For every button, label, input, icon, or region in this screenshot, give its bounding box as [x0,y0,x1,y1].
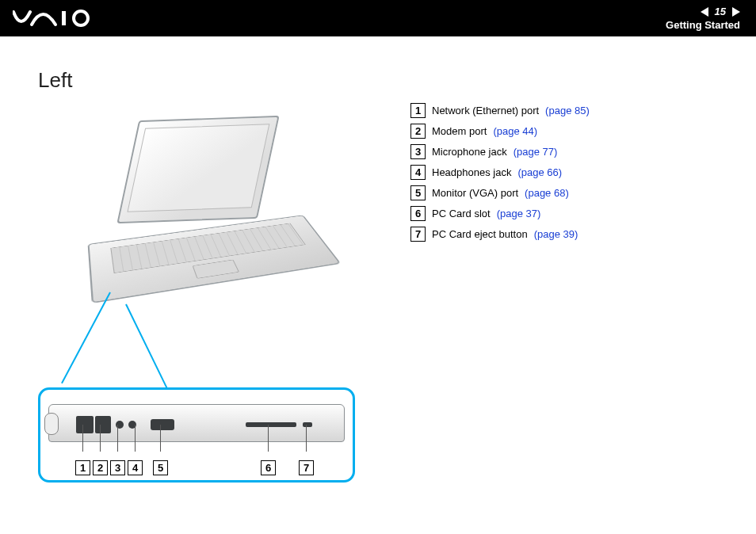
page-number: 15 [715,6,726,17]
legend-label: PC Card eject button [432,228,528,240]
page-link[interactable]: (page 39) [534,228,578,240]
legend-item-2: 2 Modem port (page 44) [410,124,590,139]
legend-label: Monitor (VGA) port [432,187,518,199]
page-link[interactable]: (page 77) [514,146,558,158]
callout-line-icon [135,425,136,452]
side-panel-body [48,404,345,442]
legend-number: 6 [410,206,426,221]
laptop-base-icon [88,215,342,303]
page-link[interactable]: (page 66) [517,166,562,178]
callout-5: 5 [153,460,168,475]
next-page-arrow-icon[interactable] [732,7,740,17]
callout-1: 1 [75,460,90,475]
legend-number: 3 [410,144,426,159]
page-link[interactable]: (page 44) [493,125,537,137]
modem-port-icon [95,416,111,433]
legend-number: 4 [410,165,426,180]
callout-line-icon [82,425,83,452]
legend-list: 1 Network (Ethernet) port (page 85) 2 Mo… [410,68,590,425]
page-nav: 15 [666,6,740,17]
pc-card-slot-icon [246,422,296,427]
hinge-icon [44,413,59,435]
callout-6: 6 [261,460,276,475]
page-link[interactable]: (page 37) [497,208,541,219]
legend-item-5: 5 Monitor (VGA) port (page 68) [410,185,590,200]
pc-card-eject-icon [303,422,312,427]
callout-4: 4 [128,460,143,475]
legend-label: Microphone jack [432,146,507,158]
svg-rect-0 [62,11,66,25]
laptop-illustration [92,118,322,300]
leader-line-icon [125,304,168,391]
legend-number: 7 [410,227,426,242]
legend-label: Network (Ethernet) port [432,105,539,116]
page-header: 15 Getting Started [0,0,756,36]
diagram-callouts: 1 2 3 4 5 6 7 [48,452,345,475]
side-panel-detail: 1 2 3 4 5 6 7 [38,387,355,483]
callout-7: 7 [299,460,314,475]
vaio-logo [13,9,100,28]
callout-line-icon [100,425,101,452]
legend-label: Headphones jack [432,166,511,178]
touchpad-icon [193,260,239,279]
prev-page-arrow-icon[interactable] [701,7,708,17]
callout-line-icon [160,425,161,452]
laptop-left-diagram: 1 2 3 4 5 6 7 [38,110,371,425]
ethernet-port-icon [76,416,94,433]
callout-line-icon [306,425,307,452]
figure-column: Left [38,68,379,425]
page-link[interactable]: (page 85) [545,105,590,116]
callout-3: 3 [110,460,125,475]
legend-item-7: 7 PC Card eject button (page 39) [410,227,590,242]
legend-number: 2 [410,124,426,139]
page-content: Left [0,36,756,425]
page-title: Left [38,68,379,93]
legend-label: Modem port [432,125,487,137]
legend-item-4: 4 Headphones jack (page 66) [410,165,590,180]
section-title: Getting Started [666,19,740,31]
legend-item-1: 1 Network (Ethernet) port (page 85) [410,103,590,118]
legend-label: PC Card slot [432,208,491,219]
callout-2: 2 [93,460,108,475]
header-right: 15 Getting Started [666,6,740,31]
legend-number: 5 [410,185,426,200]
page-link[interactable]: (page 68) [525,187,569,199]
legend-item-6: 6 PC Card slot (page 37) [410,206,590,221]
callout-line-icon [268,425,269,452]
leader-line-icon [61,292,111,384]
laptop-screen-icon [116,116,279,223]
legend-number: 1 [410,103,426,118]
callout-line-icon [117,425,118,452]
legend-item-3: 3 Microphone jack (page 77) [410,144,590,159]
svg-point-1 [74,11,88,25]
vga-port-icon [151,419,174,430]
